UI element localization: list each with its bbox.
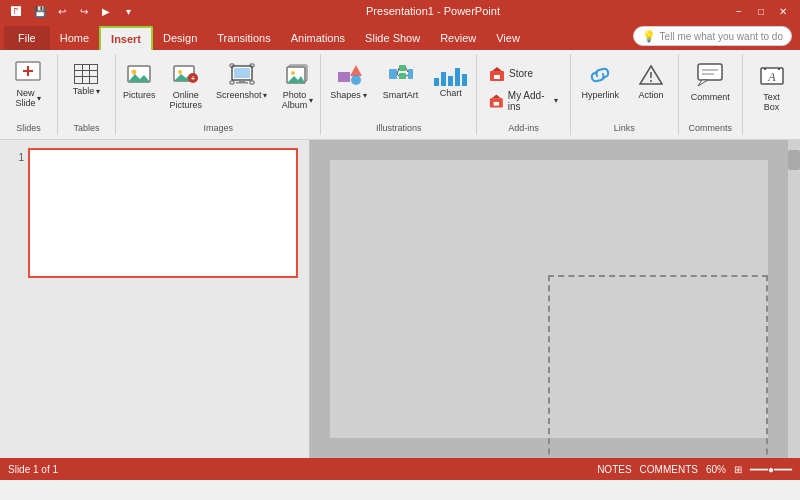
photo-album-button[interactable]: PhotoAlbum▾ bbox=[275, 56, 319, 114]
notes-button[interactable]: NOTES bbox=[597, 464, 631, 475]
svg-line-28 bbox=[397, 74, 399, 76]
maximize-button[interactable]: □ bbox=[752, 3, 770, 19]
svg-line-27 bbox=[397, 68, 399, 74]
smartart-button[interactable]: SmartArt bbox=[377, 56, 425, 104]
svg-point-39 bbox=[650, 80, 652, 82]
svg-point-6 bbox=[178, 70, 182, 74]
tab-insert[interactable]: Insert bbox=[99, 26, 153, 50]
table-icon bbox=[74, 64, 98, 84]
tab-home[interactable]: Home bbox=[50, 26, 99, 50]
slides-group-items: NewSlide▾ bbox=[6, 56, 50, 121]
tab-transitions[interactable]: Transitions bbox=[207, 26, 280, 50]
lightbulb-icon: 💡 bbox=[642, 30, 656, 43]
tab-view[interactable]: View bbox=[486, 26, 530, 50]
chart-button[interactable]: Chart bbox=[428, 56, 473, 102]
tell-me-box[interactable]: 💡 Tell me what you want to do bbox=[633, 26, 792, 46]
chart-label: Chart bbox=[440, 88, 462, 98]
svg-marker-32 bbox=[492, 67, 502, 71]
text-group-items: A TextBox bbox=[750, 56, 794, 131]
links-group-items: Hyperlink Action bbox=[575, 56, 673, 121]
svg-rect-40 bbox=[698, 64, 722, 80]
images-group-label: Images bbox=[203, 121, 233, 133]
svg-point-4 bbox=[132, 70, 137, 75]
svg-rect-20 bbox=[338, 72, 350, 82]
photo-album-icon bbox=[284, 62, 310, 88]
tab-design[interactable]: Design bbox=[153, 26, 207, 50]
scrollbar-thumb[interactable] bbox=[788, 150, 800, 170]
svg-point-22 bbox=[351, 75, 361, 85]
svg-rect-23 bbox=[389, 69, 397, 79]
undo-button[interactable]: ↩ bbox=[54, 3, 70, 19]
hyperlink-icon bbox=[587, 64, 613, 88]
save-button[interactable]: 💾 bbox=[32, 3, 48, 19]
shapes-icon bbox=[336, 62, 362, 88]
comments-group-label: Comments bbox=[689, 121, 733, 133]
store-button[interactable]: Store bbox=[485, 64, 537, 84]
online-pictures-icon: + bbox=[173, 62, 199, 88]
close-button[interactable]: ✕ bbox=[774, 3, 792, 19]
svg-rect-12 bbox=[236, 82, 248, 84]
online-pictures-label: OnlinePictures bbox=[169, 90, 202, 110]
svg-text:+: + bbox=[191, 75, 195, 82]
pictures-icon bbox=[126, 62, 152, 88]
ribbon-group-text: A TextBox bbox=[743, 54, 800, 135]
svg-rect-36 bbox=[494, 101, 500, 105]
screenshot-button[interactable]: Screenshot▾ bbox=[210, 56, 274, 104]
svg-rect-25 bbox=[399, 73, 406, 79]
tell-me-placeholder: Tell me what you want to do bbox=[660, 31, 783, 42]
zoom-slider[interactable]: ━━━●━━━ bbox=[750, 464, 792, 475]
redo-button[interactable]: ↪ bbox=[76, 3, 92, 19]
addins-group-items: Store My Add-ins▾ bbox=[485, 56, 562, 121]
action-button[interactable]: Action bbox=[629, 56, 673, 104]
svg-rect-24 bbox=[399, 65, 406, 71]
comment-icon bbox=[696, 62, 724, 90]
tab-animations[interactable]: Animations bbox=[281, 26, 355, 50]
slide-thumbnail[interactable] bbox=[28, 148, 298, 278]
comments-toggle[interactable]: COMMENTS bbox=[640, 464, 698, 475]
store-label: Store bbox=[509, 68, 533, 79]
svg-rect-10 bbox=[234, 68, 250, 78]
svg-rect-26 bbox=[408, 69, 413, 79]
ribbon-group-illustrations: Shapes▾ SmartArt bbox=[321, 54, 477, 135]
status-bar: Slide 1 of 1 NOTES COMMENTS 60% ⊞ ━━━●━━… bbox=[0, 458, 800, 480]
ribbon-group-slides: NewSlide▾ Slides bbox=[0, 54, 58, 135]
new-slide-button[interactable]: NewSlide▾ bbox=[6, 56, 50, 112]
ribbon-content: NewSlide▾ Slides Table▾ Tables bbox=[0, 50, 800, 140]
action-label: Action bbox=[638, 90, 663, 100]
online-pictures-button[interactable]: + OnlinePictures bbox=[163, 56, 208, 114]
ribbon-group-tables: Table▾ Tables bbox=[58, 54, 116, 135]
illustrations-group-items: Shapes▾ SmartArt bbox=[324, 56, 473, 121]
tab-slide-show[interactable]: Slide Show bbox=[355, 26, 430, 50]
fit-button[interactable]: ⊞ bbox=[734, 464, 742, 475]
pictures-label: Pictures bbox=[123, 90, 156, 100]
minimize-button[interactable]: − bbox=[730, 3, 748, 19]
table-button[interactable]: Table▾ bbox=[64, 56, 108, 100]
slide-canvas[interactable] bbox=[330, 160, 768, 438]
tab-file[interactable]: File bbox=[4, 26, 50, 50]
svg-line-29 bbox=[406, 68, 408, 72]
smartart-label: SmartArt bbox=[383, 90, 419, 100]
new-slide-label: NewSlide▾ bbox=[15, 88, 41, 108]
screenshot-label: Screenshot▾ bbox=[216, 90, 268, 100]
store-icon bbox=[489, 66, 505, 82]
vertical-scrollbar[interactable] bbox=[788, 140, 800, 458]
hyperlink-button[interactable]: Hyperlink bbox=[575, 56, 625, 104]
canvas-area bbox=[310, 140, 788, 458]
comment-button[interactable]: Comment bbox=[685, 56, 736, 106]
illustrations-group-label: Illustrations bbox=[376, 121, 422, 133]
shapes-button[interactable]: Shapes▾ bbox=[324, 56, 373, 104]
text-box-button[interactable]: A TextBox bbox=[750, 56, 794, 116]
title-bar-left: 🅿 💾 ↩ ↪ ▶ ▾ bbox=[8, 3, 136, 19]
my-addins-button[interactable]: My Add-ins▾ bbox=[485, 88, 562, 114]
title-bar: 🅿 💾 ↩ ↪ ▶ ▾ Presentation1 - PowerPoint −… bbox=[0, 0, 800, 22]
start-presentation-button[interactable]: ▶ bbox=[98, 3, 114, 19]
ribbon-group-comments: Comment Comments bbox=[679, 54, 743, 135]
slide-number: 1 bbox=[8, 148, 24, 163]
svg-marker-35 bbox=[492, 94, 501, 98]
app-icon: 🅿 bbox=[8, 3, 24, 19]
svg-point-19 bbox=[291, 71, 295, 75]
pictures-button[interactable]: Pictures bbox=[117, 56, 162, 104]
tab-review[interactable]: Review bbox=[430, 26, 486, 50]
tables-group-label: Tables bbox=[73, 121, 99, 133]
customize-quick-access[interactable]: ▾ bbox=[120, 3, 136, 19]
